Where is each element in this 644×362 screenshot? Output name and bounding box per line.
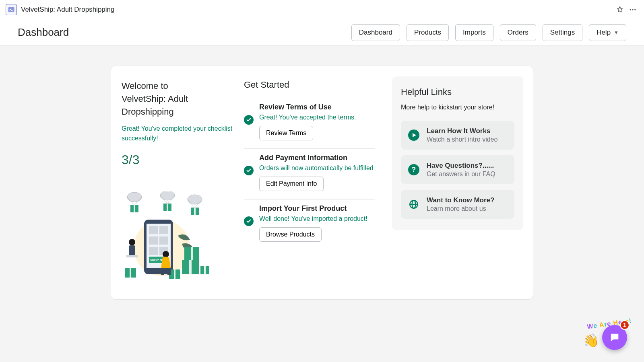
checklist-counter: 3/3 [122,152,236,167]
svg-point-2 [632,9,633,10]
page-title: Dashboard [18,26,69,39]
link-learn-how[interactable]: Learn How It Works Watch a short intro v… [401,121,514,150]
link-title: Learn How It Works [427,127,497,135]
more-icon[interactable] [627,4,638,15]
svg-rect-12 [194,208,196,215]
link-sub: Learn more about us [427,205,494,212]
step-msg: Orders will now automatically be fulfill… [259,165,375,172]
svg-point-37 [163,251,169,257]
step-add-payment: Add Payment Information Orders will now … [244,149,375,200]
welcome-column: Welcome to VelvetShip: Adult Dropshippin… [111,76,244,286]
welcome-heading: Welcome to VelvetShip: Adult Dropshippin… [122,80,236,118]
link-title: Want to Know More? [427,196,494,204]
chat-widget: We Are Here! 👋 1 [568,304,633,352]
svg-rect-16 [149,226,158,234]
chat-badge: 1 [620,320,630,330]
nav-products[interactable]: Products [407,24,449,41]
app-logo-icon [6,4,17,15]
svg-rect-29 [204,266,206,274]
check-icon [244,166,254,175]
helpful-links-sub: More help to kickstart your store! [401,104,514,111]
helpful-links-heading: Helpful Links [401,87,514,97]
svg-rect-17 [159,226,168,234]
step-review-terms: Review Terms of Use Great! You've accept… [244,98,375,149]
browse-products-button[interactable]: Browse Products [259,227,322,242]
step-msg: Well done! You've imported a product! [259,215,375,222]
svg-rect-18 [149,237,158,245]
get-started-column: Get Started Review Terms of Use Great! Y… [244,76,384,286]
step-title: Review Terms of Use [259,103,375,111]
step-msg: Great! You've accepted the terms. [259,114,375,121]
link-sub: Watch a short intro video [427,136,497,143]
svg-point-3 [634,9,636,10]
step-import-product: Import Your First Product Well done! You… [244,200,375,250]
svg-rect-33 [174,269,175,279]
nav-imports[interactable]: Imports [455,24,493,41]
helpful-links-card: Helpful Links More help to kickstart you… [392,76,523,230]
step-title: Add Payment Information [259,154,375,162]
svg-point-7 [160,191,175,200]
review-terms-button[interactable]: Review Terms [259,126,313,140]
edit-payment-button[interactable]: Edit Payment Info [259,177,324,191]
welcome-illustration: SHOP NOW [122,191,236,286]
nav-help[interactable]: Help ▼ [589,24,626,41]
step-title: Import Your First Product [259,204,375,213]
svg-rect-39 [167,268,171,275]
app-titlebar: VelvetShip: Adult Dropshipping [0,0,644,19]
dashboard-card: Welcome to VelvetShip: Adult Dropshippin… [111,66,533,299]
nav-dashboard[interactable]: Dashboard [351,24,400,41]
nav-orders[interactable]: Orders [500,24,536,41]
svg-point-1 [630,9,631,10]
svg-rect-9 [167,204,168,211]
question-icon: ? [408,164,419,175]
svg-rect-25 [189,260,192,274]
link-about[interactable]: Want to Know More? Learn more about us [401,190,514,219]
svg-rect-19 [159,237,168,245]
get-started-heading: Get Started [244,80,375,90]
svg-point-34 [129,239,135,245]
globe-icon [408,199,419,210]
pin-icon[interactable] [614,4,625,15]
svg-point-10 [188,195,202,204]
welcome-success-msg: Great! You've completed your checklist s… [122,124,236,144]
link-faq[interactable]: ? Have Questions?...... Get answers in o… [401,155,514,184]
svg-rect-27 [191,247,193,260]
link-title: Have Questions?...... [427,162,495,170]
svg-point-4 [127,192,142,202]
play-icon [408,130,419,141]
svg-rect-38 [161,268,164,275]
link-sub: Get answers in our FAQ [427,171,495,178]
svg-rect-31 [130,268,131,278]
svg-rect-20 [149,247,158,255]
svg-rect-0 [8,7,14,12]
svg-rect-35 [129,245,135,256]
check-icon [244,115,254,125]
navbar: Dashboard Dashboard Products Imports Ord… [0,19,644,46]
app-title: VelvetShip: Adult Dropshipping [21,6,115,14]
helpful-links-column: Helpful Links More help to kickstart you… [384,76,533,286]
nav-settings[interactable]: Settings [543,24,582,41]
wave-icon: 👋 [581,331,600,350]
chevron-down-icon: ▼ [614,30,619,35]
svg-rect-6 [134,205,135,212]
svg-rect-36 [126,255,138,257]
check-icon [244,216,254,226]
